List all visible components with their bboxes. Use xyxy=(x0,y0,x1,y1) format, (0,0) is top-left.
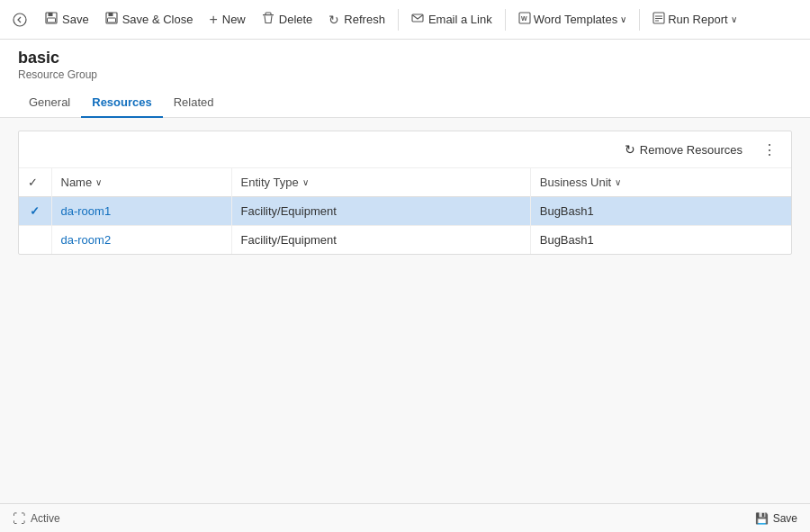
row1-check-icon: ✓ xyxy=(30,204,40,218)
save-button[interactable]: Save xyxy=(38,7,96,32)
name-sort-icon: ∨ xyxy=(95,177,102,187)
row2-name[interactable]: da-room2 xyxy=(51,226,231,255)
tab-resources[interactable]: Resources xyxy=(81,88,162,118)
save-close-icon xyxy=(105,12,118,27)
row1-business-unit: BugBash1 xyxy=(530,197,791,226)
select-all-header[interactable]: ✓ xyxy=(19,168,51,197)
remove-resources-button[interactable]: ↻ Remove Resources xyxy=(617,139,750,160)
new-button[interactable]: + New xyxy=(202,8,252,32)
email-icon xyxy=(411,12,424,27)
email-link-button[interactable]: Email a Link xyxy=(404,7,500,32)
table-row[interactable]: ✓ da-room1 Facility/Equipment BugBash1 xyxy=(19,197,791,226)
main-toolbar: Save Save & Close + New Delete ↻ Refresh xyxy=(0,0,810,40)
svg-point-0 xyxy=(14,14,26,26)
business-unit-column-header[interactable]: Business Unit ∨ xyxy=(530,168,791,197)
svg-rect-2 xyxy=(49,13,53,16)
entity-type-sort-icon: ∨ xyxy=(302,177,309,187)
svg-rect-7 xyxy=(263,14,274,15)
svg-rect-5 xyxy=(108,13,112,16)
remove-resources-icon: ↻ xyxy=(625,142,635,157)
entity-type-column-header[interactable]: Entity Type ∨ xyxy=(231,168,530,197)
run-report-icon xyxy=(652,12,665,27)
new-icon: + xyxy=(209,13,217,27)
row2-checkbox[interactable] xyxy=(19,226,51,255)
page-subtitle: Resource Group xyxy=(18,68,792,81)
run-report-caret-icon: ∨ xyxy=(731,14,737,24)
run-report-button[interactable]: Run Report ∨ xyxy=(645,7,743,32)
page-title: basic xyxy=(18,49,792,68)
status-save-icon: 💾 xyxy=(755,512,769,525)
page-header: basic Resource Group xyxy=(0,40,810,81)
grid-more-button[interactable]: ⋮ xyxy=(757,137,782,162)
toolbar-divider-2 xyxy=(505,9,506,31)
row1-name-link[interactable]: da-room1 xyxy=(61,204,112,218)
row2-business-unit: BugBash1 xyxy=(530,226,791,255)
svg-rect-6 xyxy=(107,18,115,23)
delete-icon xyxy=(262,12,274,27)
toolbar-divider-3 xyxy=(639,9,640,31)
status-save-button[interactable]: 💾 Save xyxy=(755,512,797,525)
main-content: ↻ Remove Resources ⋮ ✓ Name ∨ xyxy=(0,118,810,503)
word-templates-icon: W xyxy=(518,12,531,27)
table-header-row: ✓ Name ∨ Entity Type ∨ xyxy=(19,168,791,197)
row2-name-link[interactable]: da-room2 xyxy=(61,233,112,247)
row2-entity-type: Facility/Equipment xyxy=(231,226,530,255)
row1-checkbox[interactable]: ✓ xyxy=(19,197,51,226)
svg-rect-3 xyxy=(48,18,56,23)
row1-name[interactable]: da-room1 xyxy=(51,197,231,226)
tab-related[interactable]: Related xyxy=(163,88,225,118)
save-close-button[interactable]: Save & Close xyxy=(98,7,201,32)
resources-grid: ↻ Remove Resources ⋮ ✓ Name ∨ xyxy=(18,131,792,255)
status-bar: ⛶ Active 💾 Save xyxy=(0,503,810,532)
tab-bar: General Resources Related xyxy=(0,81,810,118)
select-all-icon: ✓ xyxy=(28,176,38,189)
word-templates-button[interactable]: W Word Templates ∨ xyxy=(511,7,634,32)
refresh-icon: ↻ xyxy=(328,13,339,27)
delete-button[interactable]: Delete xyxy=(255,7,320,32)
more-icon: ⋮ xyxy=(762,141,777,158)
business-unit-sort-icon: ∨ xyxy=(615,177,621,187)
svg-text:W: W xyxy=(521,15,527,22)
status-expand-icon[interactable]: ⛶ xyxy=(13,511,25,526)
table-row[interactable]: da-room2 Facility/Equipment BugBash1 xyxy=(19,226,791,255)
refresh-button[interactable]: ↻ Refresh xyxy=(321,8,392,32)
back-button[interactable] xyxy=(7,7,32,32)
name-column-header[interactable]: Name ∨ xyxy=(51,168,231,197)
tab-general[interactable]: General xyxy=(18,88,81,118)
word-templates-caret-icon: ∨ xyxy=(620,14,626,24)
grid-toolbar: ↻ Remove Resources ⋮ xyxy=(19,131,791,168)
toolbar-divider-1 xyxy=(398,9,399,31)
status-label: Active xyxy=(31,512,60,525)
resources-table: ✓ Name ∨ Entity Type ∨ xyxy=(19,168,791,254)
row1-entity-type: Facility/Equipment xyxy=(231,197,530,226)
save-icon xyxy=(45,12,58,27)
